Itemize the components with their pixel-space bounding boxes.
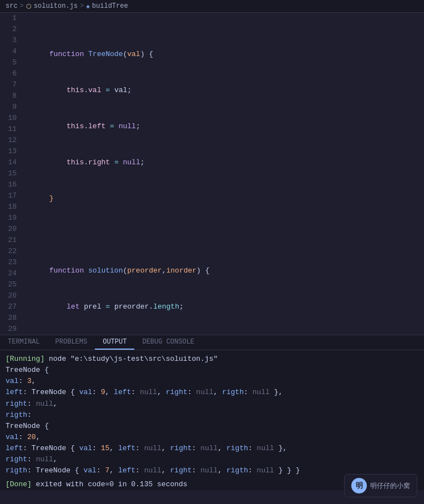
terminal-output: val: 20, — [6, 432, 418, 443]
code-line: function solution(preorder,inorder) { — [21, 254, 424, 265]
tab-debug-console[interactable]: DEBUG CONSOLE — [134, 335, 202, 350]
terminal-output: val: 3, — [6, 376, 418, 387]
code-line: this.right = null; — [21, 146, 424, 157]
line-numbers: 1 2 3 4 5 6 7 8 9 10 11 12 13 14 15 16 1… — [0, 13, 21, 335]
breadcrumb-sep1: > — [20, 2, 24, 10]
code-line — [21, 218, 424, 229]
terminal-output: left: TreeNode { val: 9, left: null, rig… — [6, 387, 418, 398]
code-line: let prel = preorder.length; — [21, 290, 424, 301]
terminal-output: right: null, — [6, 454, 418, 465]
terminal-output: left: TreeNode { val: 15, left: null, ri… — [6, 443, 418, 454]
breadcrumb-tree: buildTree — [92, 2, 128, 10]
avatar: 明 — [351, 478, 367, 493]
breadcrumb-src: src — [6, 2, 18, 10]
tab-problems[interactable]: PROBLEMS — [48, 335, 95, 350]
terminal-tabs: TERMINAL PROBLEMS OUTPUT DEBUG CONSOLE — [0, 335, 424, 350]
code-line: this.left = null; — [21, 110, 424, 121]
terminal-panel: TERMINAL PROBLEMS OUTPUT DEBUG CONSOLE [… — [0, 335, 424, 490]
tree-icon: ◈ — [86, 3, 90, 10]
editor: 1 2 3 4 5 6 7 8 9 10 11 12 13 14 15 16 1… — [0, 13, 424, 335]
code-line: function TreeNode(val) { — [21, 38, 424, 49]
terminal-output: rigth: — [6, 410, 418, 421]
breadcrumb-file: soluiton.js — [34, 2, 78, 10]
code-line: } — [21, 182, 424, 193]
terminal-output: TreeNode { — [6, 421, 418, 432]
terminal-output: right: null, — [6, 399, 418, 410]
watermark: 明 明仔仔的小窝 — [344, 474, 417, 497]
watermark-label: 明仔仔的小窝 — [370, 481, 410, 491]
tab-terminal[interactable]: TERMINAL — [0, 335, 48, 350]
code-line: this.val = val; — [21, 74, 424, 85]
breadcrumb-sep2: > — [80, 2, 84, 10]
file-icon: ⬡ — [26, 3, 32, 10]
breadcrumb: src > ⬡ soluiton.js > ◈ buildTree — [0, 0, 424, 13]
terminal-running-line: [Running] node "e:\study\js-test\src\sol… — [6, 354, 418, 365]
terminal-content: [Running] node "e:\study\js-test\src\sol… — [0, 350, 424, 490]
tab-output[interactable]: OUTPUT — [95, 335, 134, 350]
code-line: let inl = inorder.length; — [21, 326, 424, 335]
code-area[interactable]: function TreeNode(val) { this.val = val;… — [21, 13, 424, 335]
terminal-output: TreeNode { — [6, 365, 418, 376]
